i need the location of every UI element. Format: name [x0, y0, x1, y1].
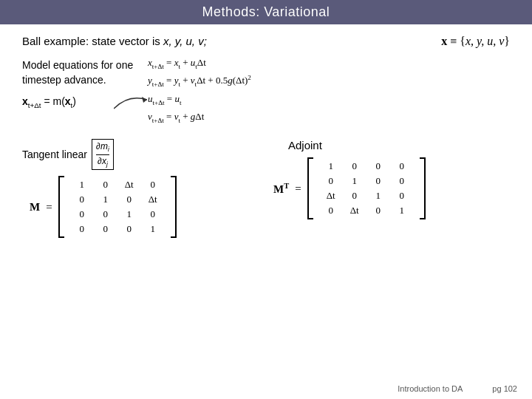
matrix-M-cells: 10Δt0 010Δt 0010 0001 [70, 177, 165, 236]
model-equations-section: Model equations for one timestep advance… [22, 55, 510, 126]
matrix-MT-eq: = [295, 183, 301, 195]
footer: Introduction to DA pg 102 [398, 384, 517, 393]
eq-row-1: xt+Δt = xt + utΔt [148, 55, 510, 72]
eq-row-2: yt+Δt = yt + vtΔt + 0.5g(Δt)2 [148, 73, 510, 90]
ball-example-text: Ball example: state vector is [22, 35, 163, 47]
eq-row-4: vt+Δt = vt + gΔt [148, 109, 510, 126]
model-eq-line2: timestep advance. [22, 73, 140, 88]
svg-marker-0 [142, 97, 147, 103]
eq-row-3: ut+Δt = ut [148, 92, 510, 108]
tangent-linear-text: Tangent linear [22, 149, 87, 160]
arrow-icon [114, 86, 158, 116]
matrix-M-bracket-right [171, 176, 177, 238]
model-equations-label: Model equations for one timestep advance… [22, 55, 140, 111]
matrix-M-eq: = [46, 201, 52, 214]
ball-example-label: Ball example: state vector is x, y, u, v… [22, 35, 207, 47]
matrix-M-label: M [30, 201, 40, 214]
model-eq-line1: Model equations for one [22, 58, 140, 73]
adjoint-col: Adjoint MT = 1000 0100 Δt010 0Δt01 [266, 139, 510, 238]
matrix-M-bracket-left [58, 176, 64, 238]
footer-left: Introduction to DA [398, 384, 463, 393]
matrix-MT-container: MT = 1000 0100 Δt010 0Δt01 [273, 157, 426, 219]
state-vector-display: x ≡ {x, y, u, v} [441, 35, 510, 48]
matrix-MT-cells: 1000 0100 Δt010 0Δt01 [319, 159, 414, 218]
state-vector-set: ≡ {x, y, u, v} [450, 35, 510, 47]
matrix-MT-bracket-left [307, 157, 313, 219]
tangent-fraction: ∂mi ∂xj [92, 139, 114, 170]
matrix-MT-bracket-right [420, 157, 426, 219]
tangent-col: Tangent linear ∂mi ∂xj M = 10Δt0 010Δt 0… [22, 139, 266, 238]
tangent-adjoint-section: Tangent linear ∂mi ∂xj M = 10Δt0 010Δt 0… [22, 139, 510, 238]
slide-title: Methods: Variational [0, 0, 532, 24]
matrix-MT-label: MT [273, 182, 289, 196]
ball-example-section: Ball example: state vector is x, y, u, v… [22, 35, 510, 48]
tangent-label: Tangent linear ∂mi ∂xj [22, 139, 114, 170]
ball-vars: x, y, u, v; [163, 35, 207, 47]
matrix-M-container: M = 10Δt0 010Δt 0010 0001 [30, 176, 177, 238]
footer-right: pg 102 [492, 384, 517, 393]
state-vector-bold: x [441, 35, 447, 47]
equations-right: xt+Δt = xt + utΔt yt+Δt = yt + vtΔt + 0.… [140, 55, 510, 126]
adjoint-label: Adjoint [288, 139, 322, 151]
